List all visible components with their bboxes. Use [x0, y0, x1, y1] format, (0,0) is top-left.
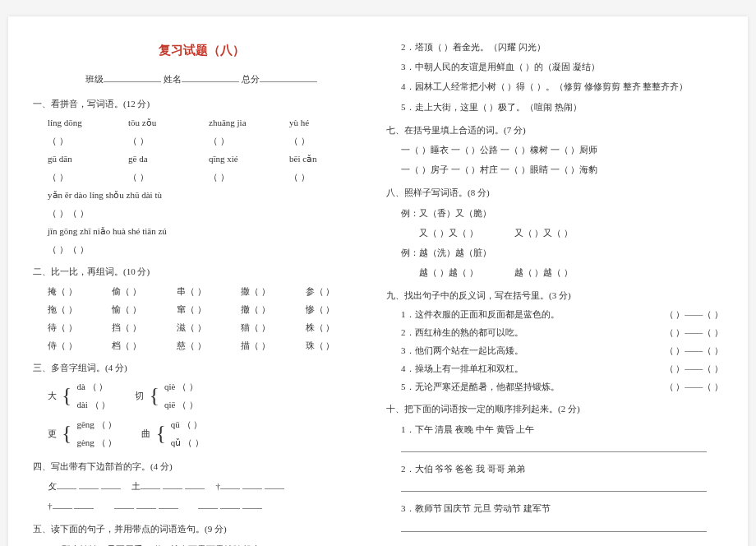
s8-l2a: 越（ ）越（ ） — [419, 267, 478, 277]
blank: （ ） — [289, 132, 370, 150]
radical: 攵 — [48, 481, 57, 491]
blank: （ ） — [289, 168, 370, 186]
char: 切 — [135, 386, 144, 405]
s9-item: 3．他们两个站在一起比高矮。 — [401, 341, 665, 359]
s8-l2b: 越（ ）越（ ） — [514, 267, 574, 277]
cell: 侍（ ） — [48, 336, 112, 354]
s8-l1b: 又（ ）又（ ） — [514, 228, 574, 238]
cell: 串（ ） — [177, 282, 241, 300]
s10-head: 十、把下面的词语按一定的顺序排列起来。(2 分) — [386, 399, 723, 419]
section-10: 十、把下面的词语按一定的顺序排列起来。(2 分) 1．下午 清晨 夜晚 中午 黄… — [386, 399, 723, 538]
cell: 偷（ ） — [112, 282, 176, 300]
cell: 撒（ ） — [241, 282, 305, 300]
pinyin: tōu zǒu — [128, 113, 209, 132]
blank: （ ） — [128, 132, 209, 150]
section-8: 八、照样子写词语。(8 分) 例：又（香）又（脆） 又（ ）又（ ） 又（ ）又… — [386, 183, 723, 282]
s1-head: 一、看拼音，写词语。(12 分) — [33, 94, 370, 113]
s9-item: 4．操场上有一排单杠和双杠。 — [401, 359, 665, 377]
blank: （ ） — [209, 168, 289, 186]
s9-item: 2．西红柿生的熟的都可以吃。 — [401, 323, 665, 341]
cell: 株（ ） — [306, 318, 370, 336]
char: 曲 — [141, 424, 150, 442]
cell: 掩（ ） — [48, 282, 112, 300]
char: 更 — [48, 424, 57, 442]
cell: 档（ ） — [112, 336, 176, 354]
s9-head: 九、找出句子中的反义词，写在括号里。(3 分) — [386, 285, 723, 305]
pinyin: qū — [171, 419, 180, 429]
pinyin-line: jīn gōng zhī niǎo huà shé tiān zú — [48, 222, 370, 240]
s10-item: 3．教师节 国庆节 元旦 劳动节 建军节 — [401, 498, 723, 518]
pinyin: gē da — [128, 150, 209, 168]
cell: 参（ ） — [306, 282, 370, 300]
pinyin-line: yǎn ěr dào líng shǒu zhū dài tù — [48, 186, 370, 204]
cell: 挡（ ） — [112, 318, 176, 336]
s9-item: 5．无论严寒还是酷暑，他都坚持锻炼。 — [401, 377, 665, 396]
blank-line: （ ）（ ） — [48, 204, 370, 222]
cell: 滋（ ） — [177, 318, 241, 336]
s9-tail: （ ）——（ ） — [665, 323, 724, 341]
s5-q1: 1．那个铃铛，只要用手一碰，就会丁零丁零地响起来。 — [48, 539, 370, 547]
cell: 待（ ） — [48, 318, 112, 336]
s6-q3: 3．中朝人民的友谊是用鲜血（ ）的（凝固 凝结） — [401, 57, 723, 76]
s7-l1: 一（ ）睡衣 一（ ）公路 一（ ）橡树 一（ ）厨师 — [401, 140, 723, 160]
s9-tail: （ ）——（ ） — [665, 359, 724, 377]
s5-head: 五、读下面的句子，并用带点的词语造句。(9 分) — [33, 519, 370, 539]
brace-icon: { — [62, 423, 71, 444]
s7-l2: 一（ ）房子 一（ ）村庄 一（ ）眼睛 一（ ）海豹 — [401, 160, 723, 179]
s10-item: 2．大伯 爷爷 爸爸 我 哥哥 弟弟 — [401, 459, 723, 479]
s9-item: 1．这件衣服的正面和反面都是蓝色的。 — [401, 305, 665, 323]
s7-head: 七、在括号里填上合适的词。(7 分) — [386, 120, 723, 140]
char: 大 — [48, 386, 57, 405]
cell: 描（ ） — [241, 336, 305, 354]
pinyin: dà — [76, 382, 85, 391]
pinyin: zhuāng jia — [209, 113, 289, 132]
cell: 猫（ ） — [241, 318, 305, 336]
pinyin: bēi cǎn — [289, 150, 370, 168]
pinyin: gèng — [76, 437, 94, 447]
blank-line: （ ）（ ） — [48, 240, 370, 258]
s9-tail: （ ）——（ ） — [665, 305, 724, 323]
pinyin: yù hé — [289, 113, 370, 132]
s8-l1a: 又（ ）又（ ） — [419, 228, 478, 238]
s6-q4: 4．园林工人经常把小树（ ）得（ ）。（修剪 修修剪剪 整齐 整整齐齐） — [401, 76, 723, 96]
right-column: 2．塔顶（ ）着金光。（闪耀 闪光） 3．中朝人民的友谊是用鲜血（ ）的（凝固 … — [386, 37, 723, 546]
section-2: 二、比一比，再组词。(10 分) 掩（ ） 偷（ ） 串（ ） 撒（ ） 参（ … — [33, 261, 370, 354]
section-3: 三、多音字组词。(4 分) 大 { dà （ ） dài （ ） 切 — [33, 358, 370, 453]
pinyin: qiē — [164, 400, 175, 410]
cell: 愉（ ） — [112, 300, 176, 318]
blank: （ ） — [48, 168, 128, 186]
blank: （ ） — [209, 132, 289, 150]
cell: 撤（ ） — [241, 300, 305, 318]
s6-q2: 2．塔顶（ ）着金光。（闪耀 闪光） — [401, 37, 723, 57]
exam-sheet: 复习试题（八） 班级 姓名 总分 一、看拼音，写词语。(12 分) líng d… — [8, 16, 748, 546]
radical: 土 — [131, 481, 141, 491]
cell: 珠（ ） — [306, 336, 370, 354]
label-name: 姓名 — [164, 74, 182, 84]
s8-e2: 例：越（洗）越（脏） — [401, 243, 723, 262]
label-class: 班级 — [85, 74, 104, 84]
pinyin: líng dōng — [48, 113, 128, 132]
pinyin: qiè — [164, 382, 175, 391]
pinyin: qīng xié — [209, 150, 289, 168]
label-score: 总分 — [242, 74, 260, 84]
info-line: 班级 姓名 总分 — [33, 69, 370, 89]
s9-tail: （ ）——（ ） — [665, 377, 724, 396]
cell: 窜（ ） — [177, 300, 241, 318]
blank: （ ） — [128, 168, 209, 186]
section-7: 七、在括号里填上合适的词。(7 分) 一（ ）睡衣 一（ ）公路 一（ ）橡树 … — [386, 120, 723, 180]
section-1: 一、看拼音，写词语。(12 分) líng dōng tōu zǒu zhuān… — [33, 94, 370, 258]
exam-title: 复习试题（八） — [33, 37, 370, 64]
s11-head: 十一、按课文内容填空。(6 分) — [386, 542, 723, 546]
s3-head: 三、多音字组词。(4 分) — [33, 358, 370, 377]
s8-head: 八、照样子写词语。(8 分) — [386, 183, 723, 202]
s9-tail: （ ）——（ ） — [665, 341, 724, 359]
left-column: 复习试题（八） 班级 姓名 总分 一、看拼音，写词语。(12 分) líng d… — [33, 37, 370, 546]
s10-item: 1．下午 清晨 夜晚 中午 黄昏 上午 — [401, 419, 723, 439]
blank: （ ） — [48, 132, 128, 150]
cell: 拖（ ） — [48, 300, 112, 318]
pinyin: gēng — [76, 419, 94, 429]
pinyin: qǔ — [171, 437, 182, 447]
pinyin: dài — [76, 400, 87, 410]
cell: 惨（ ） — [306, 300, 370, 318]
brace-icon: { — [155, 423, 165, 444]
